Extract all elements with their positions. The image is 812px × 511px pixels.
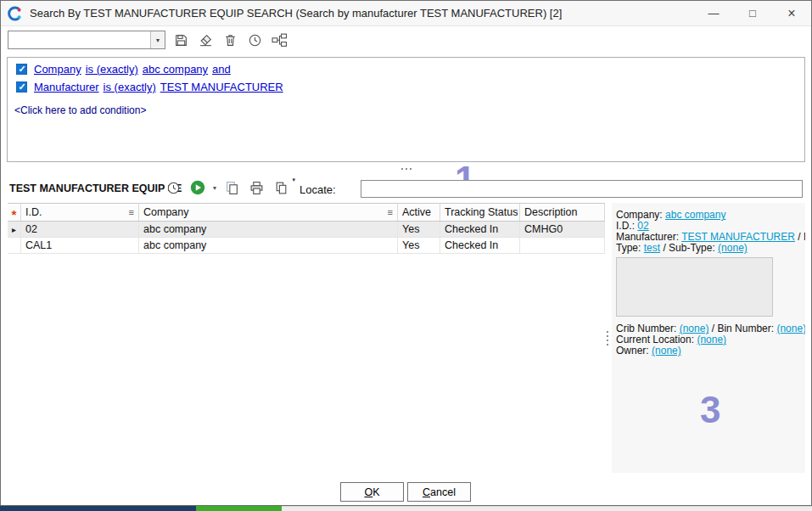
run-icon — [190, 180, 205, 195]
sort-icon[interactable]: ≡ — [129, 207, 134, 217]
detail-type-line: Type: test / Sub-Type: (none) — [616, 242, 748, 254]
column-label: Description — [524, 206, 578, 218]
grid-header-company[interactable]: Company ≡ — [139, 204, 398, 221]
detail-crib-bin-line: Crib Number: (none) / Bin Number: (none) — [616, 323, 805, 334]
save-search-button[interactable] — [171, 30, 192, 51]
condition-field-link[interactable]: Manufacturer — [34, 81, 99, 93]
horizontal-splitter[interactable] — [1, 163, 811, 175]
condition-value-link[interactable]: TEST MANUFACTURER — [160, 81, 283, 93]
results-grid: * I.D. ≡ Company ≡ Active Tracking Statu… — [8, 203, 605, 473]
print-button[interactable] — [247, 178, 266, 197]
copy-button[interactable]: ▾ — [272, 178, 290, 197]
search-toolbar: ▾ — [1, 29, 811, 53]
current-row-icon: ▸ — [12, 225, 16, 234]
detail-manufacturer-link[interactable]: TEST MANUFACTURER — [681, 231, 795, 243]
window-controls: — □ × — [694, 1, 811, 26]
condition-row-company: Company is (exactly) abc company and — [16, 63, 231, 76]
detail-crib-link[interactable]: (none) — [680, 323, 709, 334]
locate-label: Locate: — [300, 183, 336, 196]
column-label: Tracking Status — [445, 206, 518, 218]
item-image-placeholder — [616, 257, 773, 317]
ok-button-label: K — [372, 486, 379, 498]
strip-gray-segment — [282, 506, 812, 511]
screen: Search By TEST MANUFACTURER EQUIP SEARCH… — [0, 0, 812, 511]
table-row[interactable]: CAL1 abc company Yes Checked In — [8, 238, 605, 254]
results-title: TEST MANUFACTURER EQUIP SE — [9, 182, 182, 194]
cancel-button-label: ancel — [430, 486, 456, 498]
cancel-button-accesskey: C — [423, 486, 430, 498]
detail-manufacturer-line: Manufacturer: TEST MANUFACTURER / Mo — [616, 231, 805, 243]
cell-description: CMHG0 — [520, 222, 605, 237]
new-row-icon: * — [12, 211, 17, 219]
copy-icon — [274, 181, 288, 195]
condition-conjunction-link[interactable]: and — [212, 63, 231, 76]
grid-header-tracking-status[interactable]: Tracking Status — [440, 204, 520, 221]
vertical-splitter[interactable] — [604, 203, 611, 473]
window-title: Search By TEST MANUFACTURER EQUIP SEARCH… — [30, 7, 562, 20]
save-icon — [174, 33, 188, 48]
sort-icon[interactable]: ≡ — [388, 207, 393, 217]
clear-search-button[interactable] — [195, 30, 216, 51]
cell-active: Yes — [398, 222, 440, 237]
background-window-strip — [0, 506, 812, 511]
app-logo-icon — [8, 6, 23, 21]
column-label: Active — [402, 206, 431, 218]
copy-dropdown-icon[interactable]: ▾ — [293, 177, 296, 183]
detail-id-line: I.D.: 02 — [616, 220, 649, 232]
combo-dropdown-icon[interactable]: ▾ — [150, 31, 165, 48]
condition-checkbox-manufacturer[interactable] — [16, 81, 27, 93]
cell-id: 02 — [21, 222, 139, 237]
detail-location-line: Current Location: (none) — [616, 334, 726, 345]
row-selector-cell: ▸ — [8, 222, 21, 237]
detail-subtype-link[interactable]: (none) — [718, 242, 748, 254]
cell-id: CAL1 — [21, 238, 139, 253]
grid-header-description[interactable]: Description — [520, 204, 605, 221]
grid-header-id[interactable]: I.D. ≡ — [21, 204, 139, 221]
saved-search-combobox[interactable]: ▾ — [8, 31, 165, 49]
column-label: Company — [143, 206, 189, 218]
hierarchy-icon — [272, 33, 288, 48]
delete-search-button[interactable] — [220, 30, 241, 51]
detail-company-link[interactable]: abc company — [665, 209, 725, 221]
cell-tracking-status: Checked In — [440, 222, 520, 237]
strip-navy-segment — [0, 506, 196, 511]
search-history-button[interactable] — [244, 30, 266, 51]
results-toolbar-icons: ▾ — [164, 178, 290, 197]
detail-label: Company: — [616, 209, 663, 221]
history-button[interactable] — [164, 178, 182, 197]
search-tree-button[interactable] — [269, 30, 290, 51]
search-dialog-window: Search By TEST MANUFACTURER EQUIP SEARCH… — [0, 0, 812, 506]
detail-id-link[interactable]: 02 — [637, 220, 648, 232]
condition-operator-link[interactable]: is (exactly) — [104, 81, 156, 93]
run-dropdown-icon[interactable]: ▾ — [213, 184, 216, 192]
strip-green-segment — [196, 506, 282, 511]
add-condition-link[interactable]: <Click here to add condition> — [14, 104, 146, 116]
maximize-button[interactable]: □ — [733, 1, 772, 26]
cancel-button[interactable]: Cancel — [407, 482, 471, 502]
saved-search-input[interactable] — [8, 31, 150, 48]
annotation-region-3: 3 — [700, 391, 720, 429]
ok-button[interactable]: OK — [340, 482, 404, 502]
table-row[interactable]: ▸ 02 abc company Yes Checked In CMHG0 — [8, 222, 605, 238]
detail-type-link[interactable]: test — [644, 242, 660, 254]
grid-header-selector[interactable]: * — [8, 204, 21, 221]
detail-location-link[interactable]: (none) — [697, 334, 726, 345]
record-details-panel: Company: abc company I.D.: 02 Manufactur… — [612, 203, 805, 473]
printer-icon — [249, 181, 264, 195]
grid-header-active[interactable]: Active — [398, 204, 440, 221]
condition-operator-link[interactable]: is (exactly) — [86, 63, 138, 76]
condition-field-link[interactable]: Company — [34, 63, 81, 76]
close-button[interactable]: × — [772, 1, 811, 26]
condition-checkbox-company[interactable] — [16, 64, 27, 75]
detail-label: Owner: — [616, 345, 649, 357]
condition-value-link[interactable]: abc company — [143, 63, 208, 76]
detail-label: Type: — [616, 242, 641, 254]
detail-label: / Mo — [798, 231, 805, 243]
open-in-window-button[interactable] — [222, 178, 241, 197]
locate-input[interactable] — [361, 180, 803, 198]
trash-icon — [223, 33, 238, 48]
detail-owner-link[interactable]: (none) — [652, 345, 681, 357]
minimize-button[interactable]: — — [694, 1, 733, 26]
run-search-button[interactable] — [188, 178, 207, 197]
detail-bin-link[interactable]: (none) — [776, 323, 805, 334]
